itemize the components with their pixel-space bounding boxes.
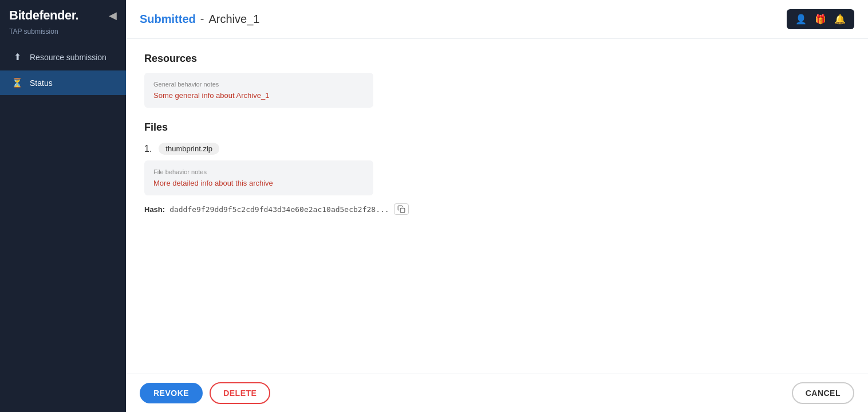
sidebar-item-status[interactable]: ⏳ Status [0, 70, 126, 95]
title-archive-name: Archive_1 [208, 13, 259, 26]
sidebar: Bitdefender. ◀ TAP submission ⬆ Resource… [0, 0, 126, 412]
sidebar-item-resource-submission[interactable]: ⬆ Resource submission [0, 45, 126, 69]
sidebar-item-label-status: Status [30, 79, 53, 88]
page-title: Submitted - Archive_1 [140, 13, 259, 26]
top-icon-bar: 👤 🎁 🔔 [787, 9, 854, 29]
title-submitted: Submitted [140, 13, 196, 26]
delete-button[interactable]: DELETE [210, 382, 270, 404]
general-notes-box: General behavior notes Some general info… [144, 73, 373, 108]
copy-hash-button-1[interactable] [394, 203, 409, 215]
file-number-1: 1. [144, 144, 152, 154]
cancel-button[interactable]: CANCEL [792, 382, 854, 404]
sidebar-nav: ⬆ Resource submission ⏳ Status [0, 45, 126, 95]
gift-icon-button[interactable]: 🎁 [812, 13, 829, 26]
app-subtitle: TAP submission [0, 28, 126, 45]
gift-icon: 🎁 [815, 14, 826, 24]
bell-icon-button[interactable]: 🔔 [831, 13, 849, 26]
copy-icon [397, 205, 405, 213]
user-icon-button[interactable]: 👤 [792, 13, 810, 26]
file-notes-box-1: File behavior notes More detailed info a… [144, 160, 373, 195]
hash-row-1: Hash: daddfe9f29dd9f5c2cd9fd43d34e60e2ac… [144, 203, 850, 215]
revoke-button[interactable]: REVOKE [140, 383, 203, 403]
sidebar-logo-area: Bitdefender. ◀ [0, 0, 126, 28]
general-notes-label: General behavior notes [153, 81, 364, 88]
sidebar-item-label-resource: Resource submission [30, 53, 106, 62]
top-bar: Submitted - Archive_1 👤 🎁 🔔 [126, 0, 868, 39]
files-title: Files [144, 121, 850, 134]
resources-title: Resources [144, 53, 850, 65]
status-icon: ⏳ [11, 77, 23, 88]
main-area: Submitted - Archive_1 👤 🎁 🔔 Resources Ge… [126, 0, 868, 412]
general-notes-text: Some general info about Archive_1 [153, 91, 364, 100]
content-area: Resources General behavior notes Some ge… [126, 39, 868, 374]
hash-label-1: Hash: [144, 205, 165, 214]
bell-icon: 🔔 [834, 14, 846, 24]
user-icon: 👤 [795, 14, 807, 24]
file-header-1: 1. thumbprint.zip [144, 143, 850, 155]
upload-icon: ⬆ [11, 52, 23, 62]
title-separator: - [200, 13, 204, 26]
bottom-left-actions: REVOKE DELETE [140, 382, 270, 404]
file-item-1: 1. thumbprint.zip File behavior notes Mo… [144, 143, 850, 215]
hash-value-1: daddfe9f29dd9f5c2cd9fd43d34e60e2ac10ad5e… [169, 205, 389, 214]
file-notes-label-1: File behavior notes [153, 168, 364, 175]
file-badge-1: thumbprint.zip [159, 143, 219, 155]
files-section: Files 1. thumbprint.zip File behavior no… [144, 121, 850, 215]
resources-section: Resources General behavior notes Some ge… [144, 53, 850, 108]
bottom-bar: REVOKE DELETE CANCEL [126, 374, 868, 412]
logo: Bitdefender. [9, 8, 78, 23]
svg-rect-0 [400, 208, 405, 213]
file-notes-text-1: More detailed info about this archive [153, 179, 364, 187]
sidebar-collapse-button[interactable]: ◀ [109, 9, 117, 22]
